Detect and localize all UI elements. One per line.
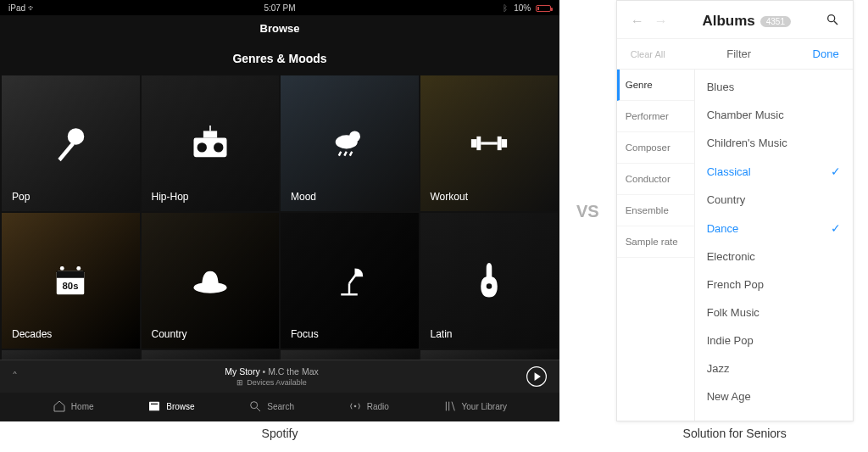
genre-item[interactable]: Folk Music bbox=[695, 299, 853, 326]
genre-tile-mood[interactable]: Mood bbox=[281, 75, 419, 211]
tile-label: Focus bbox=[291, 328, 319, 340]
svg-line-33 bbox=[834, 21, 837, 25]
genre-label: Classical bbox=[707, 165, 751, 178]
devices-icon: ⊞ bbox=[236, 378, 243, 387]
genre-item[interactable]: Chamber Music bbox=[695, 101, 853, 129]
genre-item[interactable]: French Pop bbox=[695, 271, 853, 299]
filter-title: Filter bbox=[726, 47, 751, 60]
genre-tile-truncated[interactable] bbox=[420, 350, 559, 360]
right-caption: Solution for Seniors bbox=[616, 427, 854, 440]
genre-label: Folk Music bbox=[707, 306, 760, 319]
section-title: Genres & Moods bbox=[0, 48, 559, 75]
genre-tile-pop[interactable]: Pop bbox=[2, 75, 140, 211]
back-icon[interactable]: ← bbox=[631, 14, 644, 29]
tab-library[interactable]: Your Library bbox=[443, 399, 508, 413]
genre-item[interactable]: Opera bbox=[695, 410, 853, 421]
genre-item[interactable]: Children's Music bbox=[695, 129, 853, 157]
svg-rect-25 bbox=[151, 404, 158, 405]
cowboy-hat-icon bbox=[188, 259, 232, 303]
filter-tab-ensemble[interactable]: Ensemble bbox=[617, 195, 694, 226]
filter-tab-performer[interactable]: Performer bbox=[617, 101, 694, 132]
chevron-up-icon[interactable]: ˄ bbox=[12, 370, 18, 383]
tile-label: Latin bbox=[431, 328, 453, 340]
tab-browse[interactable]: Browse bbox=[147, 399, 194, 413]
guitar-icon bbox=[467, 259, 511, 303]
svg-rect-4 bbox=[203, 131, 217, 137]
svg-point-3 bbox=[214, 142, 223, 152]
genre-label: Children's Music bbox=[707, 137, 787, 149]
desk-lamp-icon bbox=[327, 259, 371, 303]
svg-point-16 bbox=[77, 266, 81, 271]
seniors-app: ← → Albums 4351 Clear All Filter Done Ge… bbox=[616, 0, 854, 421]
svg-point-2 bbox=[197, 142, 206, 152]
svg-point-0 bbox=[68, 128, 85, 145]
filter-tab-conductor[interactable]: Conductor bbox=[617, 164, 694, 195]
genre-tile-truncated[interactable] bbox=[281, 350, 419, 360]
genre-item[interactable]: Classical✓ bbox=[695, 157, 853, 186]
svg-text:80s: 80s bbox=[63, 281, 79, 291]
tab-label: Search bbox=[267, 402, 294, 411]
genre-tile-hiphop[interactable]: Hip-Hop bbox=[142, 75, 280, 211]
genre-item[interactable]: Jazz bbox=[695, 354, 853, 382]
search-icon bbox=[248, 399, 262, 413]
genre-list[interactable]: BluesChamber MusicChildren's MusicClassi… bbox=[695, 70, 853, 421]
weather-icon bbox=[327, 121, 371, 165]
play-button[interactable] bbox=[526, 366, 548, 388]
filter-tab-sample-rate[interactable]: Sample rate bbox=[617, 226, 694, 258]
svg-point-15 bbox=[60, 266, 64, 271]
genre-item[interactable]: Indie Pop bbox=[695, 326, 853, 354]
filter-tab-genre[interactable]: Genre bbox=[617, 70, 694, 101]
genre-label: Electronic bbox=[707, 250, 755, 263]
filter-tab-composer[interactable]: Composer bbox=[617, 132, 694, 164]
spotify-app: iPad ᯤ 5:07 PM ᛒ 10% Browse Genres & Moo… bbox=[0, 0, 559, 421]
count-badge: 4351 bbox=[760, 16, 791, 27]
genre-item[interactable]: Dance✓ bbox=[695, 214, 853, 243]
tab-label: Browse bbox=[166, 402, 194, 411]
genre-label: Opera bbox=[707, 418, 737, 421]
bottom-tab-bar: Home Browse Search Radio Your Library bbox=[0, 393, 559, 421]
svg-rect-14 bbox=[57, 271, 85, 278]
tile-label: Pop bbox=[12, 191, 30, 203]
tab-label: Home bbox=[71, 402, 94, 411]
genre-item[interactable]: Blues bbox=[695, 73, 853, 101]
search-icon[interactable] bbox=[826, 13, 839, 30]
left-caption: Spotify bbox=[0, 427, 559, 440]
forward-icon[interactable]: → bbox=[654, 14, 668, 29]
genre-item[interactable]: Electronic bbox=[695, 243, 853, 271]
genre-tile-latin[interactable]: Latin bbox=[420, 213, 559, 349]
radio-icon bbox=[348, 399, 362, 413]
svg-point-32 bbox=[827, 15, 834, 22]
now-playing-bar[interactable]: ˄ My Story • M.C the Max ⊞ Devices Avail… bbox=[0, 360, 559, 393]
mic-icon bbox=[48, 121, 92, 165]
genre-tile-country[interactable]: Country bbox=[142, 213, 280, 349]
tab-radio[interactable]: Radio bbox=[348, 399, 389, 413]
browse-icon bbox=[147, 399, 161, 413]
genre-grid: Pop Hip-Hop Mood Workout 80s Decades Cou… bbox=[0, 75, 559, 360]
genre-tile-workout[interactable]: Workout bbox=[420, 75, 559, 211]
svg-point-28 bbox=[353, 405, 356, 408]
genre-tile-truncated[interactable] bbox=[2, 350, 140, 360]
svg-line-31 bbox=[452, 402, 454, 411]
svg-point-7 bbox=[336, 135, 358, 148]
genre-tile-focus[interactable]: Focus bbox=[281, 213, 419, 349]
genre-label: Blues bbox=[707, 81, 735, 93]
devices-available[interactable]: ⊞ Devices Available bbox=[18, 378, 526, 387]
svg-line-27 bbox=[257, 408, 260, 411]
tab-home[interactable]: Home bbox=[53, 399, 94, 413]
tab-label: Your Library bbox=[462, 402, 508, 411]
ipad-status-bar: iPad ᯤ 5:07 PM ᛒ 10% bbox=[0, 0, 559, 15]
clock: 5:07 PM bbox=[0, 3, 559, 13]
tab-label: Radio bbox=[367, 402, 389, 411]
genre-tile-decades[interactable]: 80s Decades bbox=[2, 213, 140, 349]
genre-item[interactable]: Country bbox=[695, 186, 853, 214]
svg-point-26 bbox=[251, 402, 258, 409]
genre-item[interactable]: New Age bbox=[695, 382, 853, 410]
done-button[interactable]: Done bbox=[813, 47, 839, 60]
genre-label: French Pop bbox=[707, 278, 764, 291]
genre-tile-truncated[interactable] bbox=[142, 350, 280, 360]
clear-all-button[interactable]: Clear All bbox=[631, 49, 665, 59]
svg-point-21 bbox=[487, 283, 492, 289]
svg-rect-9 bbox=[501, 139, 507, 148]
tab-search[interactable]: Search bbox=[248, 399, 294, 413]
now-playing-title: My Story • M.C the Max bbox=[18, 366, 526, 377]
